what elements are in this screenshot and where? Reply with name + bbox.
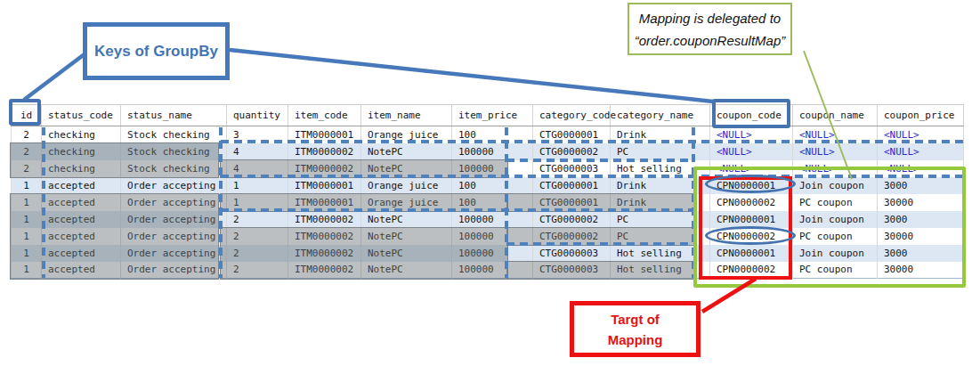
table-cell: CTG0000002 (533, 211, 611, 228)
coupon-code-oval-cpn0000001 (705, 175, 796, 193)
group-overlay-category-row9 (506, 261, 697, 280)
groupby-dash-before-category (505, 127, 508, 278)
table-cell: ITM0000002 (288, 211, 361, 228)
coupon-code-header-highlight-box (712, 99, 790, 128)
group-line-category-rows7-8 (506, 242, 695, 246)
table-cell: Stock checking (121, 126, 227, 143)
keys-of-groupby-callout: Keys of GroupBy (83, 22, 230, 80)
table-cell: 1 (12, 177, 42, 194)
table-cell: NotePC (361, 211, 452, 228)
column-header-category_name: category_name (611, 105, 710, 126)
table-cell: Orange juice (361, 177, 452, 194)
table-cell: 100000 (452, 143, 533, 160)
table-cell: checking (42, 126, 121, 143)
table-cell: 2 (227, 211, 288, 228)
connector-keys-to-id (24, 53, 85, 100)
table-cell: <NULL> (793, 143, 878, 160)
mapping-delegated-line1: Mapping is delegated to (639, 7, 781, 29)
table-header-row: idstatus_codestatus_namequantityitem_cod… (12, 105, 964, 126)
table-cell: accepted (42, 177, 121, 194)
table-cell: ITM0000002 (288, 143, 361, 160)
table-cell: CTG0000001 (533, 177, 611, 194)
table-cell: CTG0000003 (533, 245, 611, 262)
group-line-category-rows2-3 (506, 159, 695, 162)
group-line-rows5-6 (221, 208, 694, 212)
table-cell: CTG0000002 (533, 143, 611, 160)
table-cell: <NULL> (878, 143, 964, 160)
column-header-item_price: item_price (452, 105, 533, 126)
column-header-quantity: quantity (227, 105, 288, 126)
mapping-delegated-line2: “order.couponResultMap” (635, 29, 786, 52)
table-cell: <NULL> (710, 143, 793, 160)
mapping-delegated-callout: Mapping is delegated to “order.couponRes… (628, 3, 792, 55)
column-header-status_name: status_name (121, 105, 227, 126)
target-of-mapping-line2: Mapping (608, 329, 663, 350)
table-cell: ITM0000001 (288, 177, 361, 194)
table-cell: 100000 (452, 211, 533, 228)
column-header-coupon_price: coupon_price (878, 105, 964, 126)
table-cell: 2 (12, 126, 42, 143)
group-line-rows1-2 (221, 140, 965, 143)
table-cell: NotePC (361, 143, 452, 160)
table-cell: 1 (227, 177, 288, 194)
groupby-dash-after-status-name (219, 127, 223, 278)
table-cell: Order accepting (121, 177, 227, 194)
table-cell: 4 (227, 143, 288, 160)
column-header-item_code: item_code (288, 105, 361, 126)
group-overlay-item-rows7-9 (220, 227, 508, 280)
coupon-code-oval-cpn0000002 (705, 226, 796, 245)
keys-of-groupby-label: Keys of GroupBy (94, 43, 218, 61)
column-header-status_code: status_code (42, 105, 121, 126)
column-header-coupon_name: coupon_name (793, 105, 878, 126)
column-header-item_name: item_name (361, 105, 452, 126)
target-of-mapping-callout: Targt of Mapping (570, 301, 701, 357)
column-header-category_code: category_code (533, 105, 611, 126)
diagram-canvas: idstatus_codestatus_namequantityitem_cod… (0, 0, 980, 366)
groupby-dash-after-id (42, 127, 45, 278)
id-header-highlight-box (9, 99, 41, 126)
table-cell: 100 (452, 177, 533, 194)
target-of-mapping-line1: Targt of (611, 309, 660, 329)
connector-keys-to-coupon-code (230, 50, 713, 102)
